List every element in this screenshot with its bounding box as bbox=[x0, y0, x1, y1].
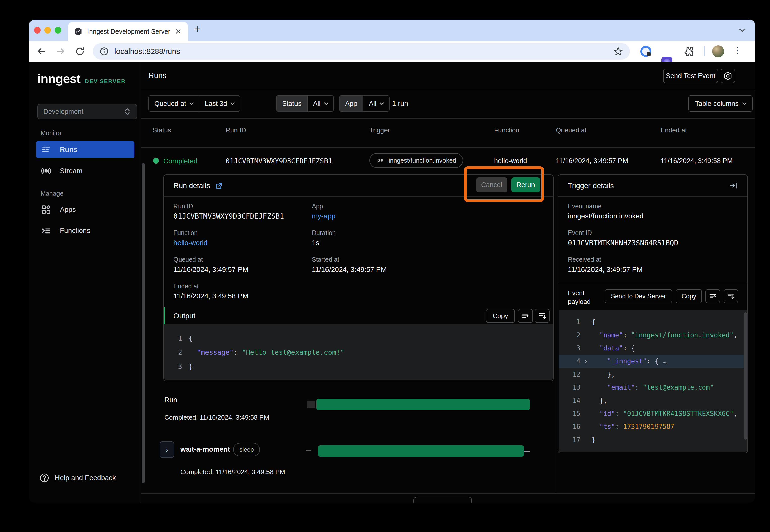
column-trigger[interactable]: Trigger bbox=[369, 126, 390, 134]
table-columns-button[interactable]: Table columns bbox=[688, 95, 753, 112]
profile-avatar[interactable] bbox=[712, 45, 724, 57]
environment-select[interactable]: Development bbox=[37, 104, 137, 119]
sidebar-item-functions[interactable]: Functions bbox=[36, 223, 134, 239]
app-filter-select[interactable]: All bbox=[363, 96, 389, 111]
divider bbox=[141, 118, 755, 119]
code-line: 17} bbox=[559, 433, 747, 446]
event-signal-icon bbox=[376, 156, 385, 165]
queued-at-cell: 11/16/2024, 3:49:57 PM bbox=[556, 157, 628, 165]
line-number: 3 bbox=[164, 362, 182, 370]
close-window-button[interactable] bbox=[34, 27, 41, 34]
ended-at-cell: 11/16/2024, 3:49:58 PM bbox=[661, 157, 733, 165]
code-line: 12 }, bbox=[559, 368, 747, 381]
output-wrap-text-button[interactable] bbox=[518, 309, 533, 323]
tab-search-chevron-icon[interactable] bbox=[739, 26, 745, 32]
field-label: App bbox=[312, 203, 323, 210]
column-status[interactable]: Status bbox=[152, 126, 171, 134]
content-scrollbar[interactable] bbox=[142, 163, 145, 483]
line-number: 2 bbox=[559, 331, 581, 339]
rerun-label: Rerun bbox=[516, 181, 535, 189]
time-range-select[interactable]: Last 3d bbox=[199, 96, 240, 111]
app-link[interactable]: my-app bbox=[312, 212, 335, 220]
status-filter[interactable]: Status All bbox=[276, 95, 334, 112]
extensions-puzzle-icon[interactable] bbox=[683, 46, 694, 57]
back-icon[interactable] bbox=[36, 46, 46, 56]
password-manager-extension-icon[interactable] bbox=[641, 46, 652, 57]
code-text: "name": "inngest/function.invoked", bbox=[592, 331, 738, 339]
sidebar-item-apps[interactable]: Apps bbox=[36, 202, 134, 218]
status-filter-select[interactable]: All bbox=[307, 96, 333, 111]
payload-scroll-bottom-button[interactable] bbox=[724, 289, 738, 303]
browser-tab[interactable]: Inngest Development Server ✕ bbox=[68, 22, 188, 41]
wrap-text-icon bbox=[709, 292, 717, 300]
column-function[interactable]: Function bbox=[494, 126, 519, 134]
field-label: Run ID bbox=[173, 203, 193, 210]
function-link[interactable]: hello-world bbox=[173, 239, 208, 247]
browser-window: Inngest Development Server ✕ + localhost… bbox=[29, 20, 755, 503]
chevron-right-icon: › bbox=[166, 445, 168, 454]
fold-chevron-icon[interactable]: › bbox=[581, 357, 592, 365]
scroll-to-bottom-icon bbox=[727, 292, 735, 300]
rerun-button[interactable]: Rerun bbox=[511, 177, 540, 192]
forward-icon[interactable] bbox=[56, 46, 66, 56]
field-label: Ended at bbox=[173, 283, 199, 290]
external-link-icon[interactable] bbox=[215, 182, 223, 190]
app-filter[interactable]: App All bbox=[339, 95, 390, 112]
timeline-run-bar[interactable] bbox=[316, 399, 530, 410]
cancel-label: Cancel bbox=[481, 181, 502, 189]
trigger-badge[interactable]: inngest/function.invoked bbox=[369, 153, 463, 168]
code-line: 1{ bbox=[559, 315, 747, 328]
code-line: 14 }, bbox=[559, 394, 747, 407]
code-text: { bbox=[188, 334, 192, 342]
sidebar-item-stream[interactable]: Stream bbox=[36, 163, 134, 179]
code-text: "id": "01JCVBTMTKR41S8STTKEXSKX6C", bbox=[592, 410, 738, 417]
reload-icon[interactable] bbox=[75, 46, 85, 56]
payload-copy-button[interactable]: Copy bbox=[676, 289, 702, 303]
payload-wrap-text-button[interactable] bbox=[706, 289, 720, 303]
code-line: 4› "_inngest": { … bbox=[559, 355, 747, 368]
url-bar[interactable]: localhost:8288/runs bbox=[93, 43, 630, 60]
send-test-event-button[interactable]: Send Test Event bbox=[663, 69, 718, 83]
column-run-id[interactable]: Run ID bbox=[226, 126, 246, 134]
time-field-select[interactable]: Queued at bbox=[149, 96, 199, 111]
sidebar-item-label: Runs bbox=[60, 146, 77, 154]
bookmark-star-icon[interactable] bbox=[613, 46, 623, 56]
dev-server-settings-button[interactable] bbox=[721, 69, 735, 83]
help-label: Help and Feedback bbox=[55, 474, 116, 482]
site-info-icon[interactable] bbox=[99, 47, 109, 56]
minimize-window-button[interactable] bbox=[44, 27, 51, 34]
sidebar-item-label: Stream bbox=[60, 167, 82, 175]
divider bbox=[141, 493, 755, 494]
field-label: Duration bbox=[312, 229, 336, 237]
load-more-button-partial[interactable] bbox=[413, 497, 472, 503]
cancel-button[interactable]: Cancel bbox=[476, 177, 507, 192]
chevron-down-icon bbox=[380, 101, 384, 105]
help-and-feedback[interactable]: Help and Feedback bbox=[39, 473, 116, 483]
field-label: Started at bbox=[312, 256, 339, 263]
code-line: 1{ bbox=[164, 331, 553, 345]
line-number: 12 bbox=[559, 371, 581, 378]
stream-signal-icon bbox=[41, 166, 51, 176]
status-dot-icon bbox=[153, 158, 159, 164]
time-filter[interactable]: Queued at Last 3d bbox=[148, 95, 240, 112]
step-expand-button[interactable]: › bbox=[159, 441, 174, 458]
code-text: "_inngest": { … bbox=[592, 357, 666, 365]
chevron-down-icon bbox=[324, 101, 328, 105]
tab-close-icon[interactable]: ✕ bbox=[174, 27, 182, 36]
run-status: Completed bbox=[163, 157, 198, 165]
wrap-text-icon bbox=[521, 312, 530, 320]
column-queued-at[interactable]: Queued at bbox=[556, 126, 587, 134]
browser-menu-icon[interactable]: ⋮ bbox=[733, 45, 742, 55]
send-to-dev-server-button[interactable]: Send to Dev Server bbox=[605, 289, 672, 303]
output-scroll-bottom-button[interactable] bbox=[534, 309, 549, 323]
output-copy-button[interactable]: Copy bbox=[486, 309, 515, 323]
timeline-step-bar[interactable] bbox=[318, 445, 524, 457]
line-number: 16 bbox=[559, 423, 581, 430]
maximize-window-button[interactable] bbox=[55, 27, 61, 34]
run-id-cell: 01JCVBTMV3WXY9D3CFDEJFZSB1 bbox=[226, 157, 332, 165]
column-ended-at[interactable]: Ended at bbox=[661, 126, 687, 134]
new-tab-button[interactable]: + bbox=[194, 23, 201, 35]
payload-scrollbar[interactable] bbox=[744, 312, 747, 440]
sidebar-item-runs[interactable]: Runs bbox=[36, 141, 134, 158]
collapse-panel-icon[interactable] bbox=[729, 181, 738, 190]
